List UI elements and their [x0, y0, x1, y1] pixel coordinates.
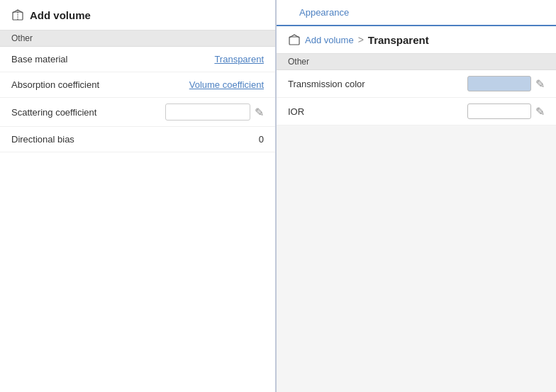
ior-label: IOR: [288, 106, 467, 117]
base-material-row: Base material Transparent: [0, 47, 275, 72]
right-tab-bar: Appearance: [277, 0, 556, 26]
right-panel: Appearance Add volume > Transparent Othe…: [277, 0, 556, 392]
right-section-label: Other: [277, 54, 556, 70]
left-title: Add volume: [30, 9, 91, 21]
ior-row: IOR ✎: [277, 98, 556, 125]
directional-bias-value: 0: [259, 134, 264, 145]
cube-icon: [11, 9, 24, 21]
directional-bias-label: Directional bias: [11, 134, 259, 145]
breadcrumb-current: Transparent: [368, 34, 429, 46]
left-header: Add volume: [0, 0, 275, 30]
left-section-label: Other: [0, 30, 275, 47]
ior-edit: ✎: [467, 103, 545, 119]
scattering-row: Scattering coefficient ✎: [0, 98, 275, 127]
base-material-label: Base material: [11, 54, 214, 65]
breadcrumb: Add volume > Transparent: [277, 26, 556, 54]
breadcrumb-separator: >: [358, 34, 364, 45]
scattering-label: Scattering coefficient: [11, 107, 165, 118]
directional-bias-row: Directional bias 0: [0, 127, 275, 152]
transmission-color-label: Transmission color: [288, 79, 467, 89]
svg-rect-2: [289, 37, 299, 45]
left-panel: Add volume Other Base material Transpare…: [0, 0, 277, 392]
scattering-edit: ✎: [165, 103, 264, 121]
absorption-row: Absorption coefficient Volume coefficien…: [0, 72, 275, 98]
scattering-input[interactable]: [165, 103, 250, 121]
absorption-value[interactable]: Volume coefficient: [189, 79, 264, 90]
ior-edit-icon[interactable]: ✎: [535, 105, 545, 118]
ior-color-swatch[interactable]: [467, 103, 531, 119]
transmission-color-edit: ✎: [467, 76, 545, 91]
transmission-edit-icon[interactable]: ✎: [535, 77, 545, 91]
scattering-edit-icon[interactable]: ✎: [255, 106, 264, 119]
appearance-tab[interactable]: Appearance: [288, 0, 360, 26]
absorption-label: Absorption coefficient: [11, 79, 189, 90]
breadcrumb-link[interactable]: Add volume: [305, 35, 354, 45]
transmission-color-row: Transmission color ✎: [277, 70, 556, 98]
breadcrumb-cube-icon: [288, 33, 301, 46]
transmission-color-swatch[interactable]: [467, 76, 531, 91]
base-material-value[interactable]: Transparent: [214, 54, 264, 65]
